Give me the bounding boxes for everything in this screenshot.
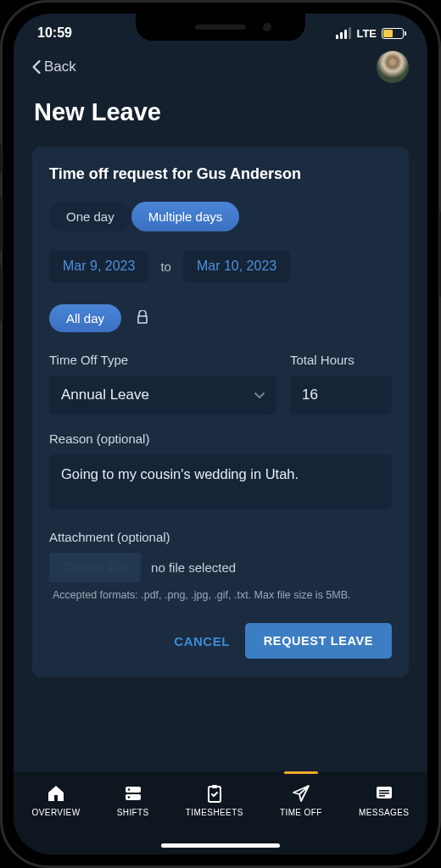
nav-timesheets-label: TIMESHEETS [186,808,243,817]
screen: 10:59 LTE Back New Leave Time off reques… [14,14,427,854]
time-off-type-select[interactable]: Annual Leave [49,376,276,415]
network-label: LTE [356,27,377,40]
bottom-nav: OVERVIEW SHIFTS TIMESHEETS TIME OFF MESS… [14,771,427,854]
attachment-label: Attachment (optional) [49,530,392,544]
lock-icon [137,310,148,327]
page-header: Back [14,46,427,92]
reason-textarea[interactable]: Going to my cousin's wedding in Utah. [49,454,392,509]
battery-icon [382,28,404,39]
svg-rect-1 [126,794,141,800]
type-label: Time Off Type [49,353,276,367]
leave-form-card: Time off request for Gus Anderson One da… [32,147,409,677]
svg-rect-0 [126,787,141,793]
tab-one-day[interactable]: One day [49,202,131,231]
request-leave-button[interactable]: REQUEST LEAVE [245,623,392,659]
form-heading: Time off request for Gus Anderson [49,165,392,183]
message-icon [373,783,395,804]
svg-point-2 [127,788,130,791]
to-label: to [160,259,171,274]
nav-timeoff-label: TIME OFF [280,808,322,817]
no-file-label: no file selected [151,560,236,575]
nav-overview-label: OVERVIEW [32,808,81,817]
shifts-icon [122,783,144,804]
clock: 10:59 [37,25,72,41]
nav-messages[interactable]: MESSAGES [359,783,409,817]
home-icon [45,783,67,804]
svg-point-3 [127,796,130,798]
chevron-down-icon [254,387,265,403]
notch [136,14,305,41]
svg-rect-8 [379,793,389,794]
home-indicator[interactable] [161,843,280,848]
all-day-toggle[interactable]: All day [49,304,121,332]
signal-icon [336,27,351,39]
back-label: Back [44,58,76,75]
reason-value: Going to my cousin's wedding in Utah. [61,466,299,481]
svg-rect-7 [379,790,389,792]
file-hint: Accepted formats: .pdf, .png, .jpg, .gif… [49,589,392,601]
nav-messages-label: MESSAGES [359,808,409,817]
tab-multiple-days[interactable]: Multiple days [131,202,240,231]
duration-tabs: One day Multiple days [49,202,392,231]
start-date-input[interactable]: Mar 9, 2023 [49,250,148,282]
nav-timesheets[interactable]: TIMESHEETS [186,783,243,817]
cancel-button[interactable]: CANCEL [174,634,230,648]
choose-file-button[interactable]: Choose File [49,553,141,582]
nav-shifts-label: SHIFTS [117,808,149,817]
type-value: Annual Leave [61,387,149,403]
page-title: New Leave [14,92,427,147]
end-date-input[interactable]: Mar 10, 2023 [183,250,290,282]
total-hours-input[interactable]: 16 [290,376,392,415]
nav-shifts[interactable]: SHIFTS [117,783,149,817]
nav-overview[interactable]: OVERVIEW [32,783,81,817]
nav-timeoff[interactable]: TIME OFF [280,783,322,817]
svg-rect-5 [212,785,217,788]
avatar[interactable] [377,51,409,83]
phone-frame: 10:59 LTE Back New Leave Time off reques… [0,0,441,868]
reason-label: Reason (optional) [49,431,392,446]
chevron-left-icon [32,60,41,74]
plane-icon [290,783,312,804]
hours-label: Total Hours [290,353,392,367]
clipboard-icon [204,783,226,804]
svg-rect-9 [379,795,385,797]
hours-value: 16 [302,387,318,403]
back-button[interactable]: Back [32,58,76,75]
